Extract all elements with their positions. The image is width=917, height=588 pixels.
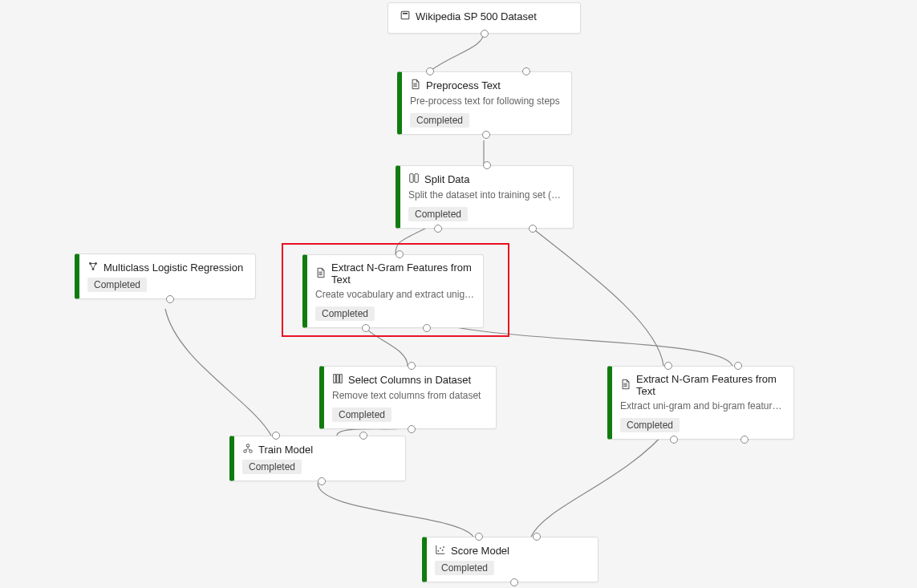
node-title: Train Model [258, 444, 313, 456]
document-icon [315, 267, 327, 281]
input-port-2[interactable] [533, 533, 541, 541]
output-port-1[interactable] [362, 324, 370, 332]
columns-icon [332, 373, 343, 387]
svg-rect-8 [337, 375, 339, 383]
input-port[interactable] [483, 161, 491, 169]
status-badge: Completed [315, 306, 375, 321]
status-badge: Completed [242, 460, 302, 474]
node-extract-ngram-2[interactable]: Extract N-Gram Features from Text Extrac… [607, 366, 794, 440]
node-subtitle: Split the dataset into training set (0.5… [408, 189, 565, 202]
node-extract-ngram-1[interactable]: Extract N-Gram Features from Text Create… [302, 254, 484, 328]
svg-rect-0 [401, 11, 409, 19]
node-wikipedia-dataset[interactable]: Wikipedia SP 500 Dataset [387, 2, 581, 34]
output-port-1[interactable] [434, 225, 442, 233]
node-subtitle: Remove text columns from dataset [332, 390, 488, 403]
input-port[interactable] [408, 362, 416, 370]
node-multiclass-logistic-regression[interactable]: Multiclass Logistic Regression Completed [75, 253, 256, 299]
node-select-columns[interactable]: Select Columns in Dataset Remove text co… [319, 366, 497, 429]
split-icon [408, 172, 420, 186]
output-port[interactable] [166, 295, 174, 303]
input-port[interactable] [396, 250, 404, 258]
node-preprocess-text[interactable]: Preprocess Text Pre-process text for fol… [397, 71, 572, 135]
svg-rect-2 [410, 174, 413, 183]
input-port-1[interactable] [664, 362, 672, 370]
svg-rect-9 [340, 375, 343, 383]
node-train-model[interactable]: Train Model Completed [229, 436, 406, 481]
node-subtitle: Create vocabulary and extract unigram an… [315, 289, 475, 302]
output-port-2[interactable] [529, 225, 537, 233]
scatter-icon [435, 544, 446, 558]
output-port[interactable] [408, 425, 416, 433]
input-port-1[interactable] [475, 533, 483, 541]
input-port-2[interactable] [359, 432, 367, 440]
model-icon [87, 261, 99, 274]
node-subtitle: Extract uni-gram and bi-gram features wi… [620, 400, 785, 413]
node-title: Extract N-Gram Features from Text [331, 262, 475, 286]
output-port-2[interactable] [423, 324, 431, 332]
node-title: Select Columns in Dataset [348, 374, 471, 386]
node-title: Split Data [424, 173, 469, 185]
status-badge: Completed [332, 408, 392, 422]
svg-point-10 [246, 444, 250, 448]
output-port[interactable] [482, 131, 490, 139]
document-icon [410, 79, 421, 92]
svg-rect-7 [334, 375, 336, 383]
status-badge: Completed [408, 207, 468, 221]
input-port-1[interactable] [272, 432, 280, 440]
svg-point-16 [443, 546, 444, 548]
svg-rect-1 [403, 13, 408, 14]
input-port-2[interactable] [734, 362, 742, 370]
svg-point-14 [440, 547, 441, 549]
status-badge: Completed [410, 113, 469, 128]
document-icon [620, 379, 631, 392]
node-title: Extract N-Gram Features from Text [636, 373, 785, 397]
svg-point-13 [438, 550, 440, 552]
svg-rect-3 [415, 174, 418, 183]
output-port-1[interactable] [670, 436, 678, 444]
node-split-data[interactable]: Split Data Split the dataset into traini… [396, 165, 574, 229]
input-port-2[interactable] [522, 67, 530, 75]
node-title: Score Model [451, 545, 509, 557]
train-icon [242, 443, 254, 456]
output-port[interactable] [510, 578, 518, 586]
status-badge: Completed [435, 561, 494, 575]
input-port[interactable] [426, 67, 434, 75]
status-badge: Completed [87, 278, 147, 292]
status-badge: Completed [620, 418, 680, 432]
node-subtitle: Pre-process text for following steps [410, 95, 563, 108]
dataset-icon [400, 10, 411, 23]
output-port[interactable] [318, 477, 326, 485]
output-port[interactable] [481, 30, 489, 38]
node-title: Wikipedia SP 500 Dataset [416, 10, 537, 22]
node-title: Preprocess Text [426, 79, 501, 91]
node-score-model[interactable]: Score Model Completed [422, 537, 598, 582]
node-title: Multiclass Logistic Regression [103, 262, 243, 274]
output-port-2[interactable] [740, 436, 749, 444]
svg-point-15 [442, 549, 444, 551]
